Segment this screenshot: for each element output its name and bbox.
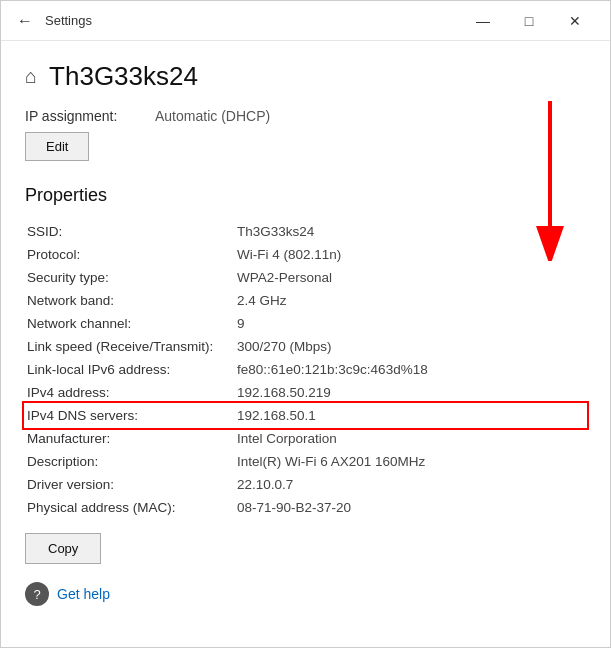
get-help-row: ? Get help	[25, 582, 586, 606]
page-title: Th3G33ks24	[49, 61, 198, 92]
page-header: ⌂ Th3G33ks24	[25, 61, 586, 92]
properties-table: SSID:Th3G33ks24Protocol:Wi-Fi 4 (802.11n…	[25, 220, 586, 519]
table-row: IPv4 DNS servers:192.168.50.1	[25, 404, 586, 427]
table-row: SSID:Th3G33ks24	[25, 220, 586, 243]
table-row: Driver version:22.10.0.7	[25, 473, 586, 496]
table-row: Network band:2.4 GHz	[25, 289, 586, 312]
prop-value: WPA2-Personal	[235, 266, 586, 289]
back-button[interactable]: ←	[13, 10, 37, 32]
prop-value: 9	[235, 312, 586, 335]
prop-label: Link speed (Receive/Transmit):	[25, 335, 235, 358]
settings-window: ← Settings — □ ✕ ⌂ Th3G33ks24 IP assignm	[0, 0, 611, 648]
table-row: Description:Intel(R) Wi-Fi 6 AX201 160MH…	[25, 450, 586, 473]
home-icon: ⌂	[25, 65, 37, 88]
prop-value: 08-71-90-B2-37-20	[235, 496, 586, 519]
prop-value: 2.4 GHz	[235, 289, 586, 312]
prop-value: Intel Corporation	[235, 427, 586, 450]
prop-label: Network channel:	[25, 312, 235, 335]
prop-label: Physical address (MAC):	[25, 496, 235, 519]
main-content: ⌂ Th3G33ks24 IP assignment: Automatic (D…	[1, 41, 610, 647]
title-bar: ← Settings — □ ✕	[1, 1, 610, 41]
ip-assignment-label: IP assignment:	[25, 108, 155, 124]
prop-value: 192.168.50.219	[235, 381, 586, 404]
prop-label: Security type:	[25, 266, 235, 289]
copy-button[interactable]: Copy	[25, 533, 101, 564]
table-row: Security type:WPA2-Personal	[25, 266, 586, 289]
title-bar-left: ← Settings	[13, 10, 460, 32]
prop-label: Manufacturer:	[25, 427, 235, 450]
prop-value: 192.168.50.1	[235, 404, 586, 427]
table-row: Network channel:9	[25, 312, 586, 335]
window-controls: — □ ✕	[460, 5, 598, 37]
edit-button[interactable]: Edit	[25, 132, 89, 161]
minimize-button[interactable]: —	[460, 5, 506, 37]
close-button[interactable]: ✕	[552, 5, 598, 37]
table-row: Link speed (Receive/Transmit):300/270 (M…	[25, 335, 586, 358]
prop-value: fe80::61e0:121b:3c9c:463d%18	[235, 358, 586, 381]
help-icon: ?	[25, 582, 49, 606]
prop-label: Network band:	[25, 289, 235, 312]
ip-assignment-row: IP assignment: Automatic (DHCP)	[25, 108, 586, 124]
prop-value: Wi-Fi 4 (802.11n)	[235, 243, 586, 266]
window-title: Settings	[45, 13, 92, 28]
prop-value: 300/270 (Mbps)	[235, 335, 586, 358]
table-row: Manufacturer:Intel Corporation	[25, 427, 586, 450]
prop-value: Intel(R) Wi-Fi 6 AX201 160MHz	[235, 450, 586, 473]
prop-label: Protocol:	[25, 243, 235, 266]
table-row: Physical address (MAC):08-71-90-B2-37-20	[25, 496, 586, 519]
ip-assignment-value: Automatic (DHCP)	[155, 108, 270, 124]
prop-label: Link-local IPv6 address:	[25, 358, 235, 381]
table-row: Protocol:Wi-Fi 4 (802.11n)	[25, 243, 586, 266]
prop-label: Description:	[25, 450, 235, 473]
prop-label: Driver version:	[25, 473, 235, 496]
prop-value: Th3G33ks24	[235, 220, 586, 243]
prop-value: 22.10.0.7	[235, 473, 586, 496]
prop-label: IPv4 DNS servers:	[25, 404, 235, 427]
properties-section-title: Properties	[25, 185, 586, 206]
get-help-link[interactable]: Get help	[57, 586, 110, 602]
prop-label: SSID:	[25, 220, 235, 243]
maximize-button[interactable]: □	[506, 5, 552, 37]
prop-label: IPv4 address:	[25, 381, 235, 404]
table-row: Link-local IPv6 address:fe80::61e0:121b:…	[25, 358, 586, 381]
table-row: IPv4 address:192.168.50.219	[25, 381, 586, 404]
